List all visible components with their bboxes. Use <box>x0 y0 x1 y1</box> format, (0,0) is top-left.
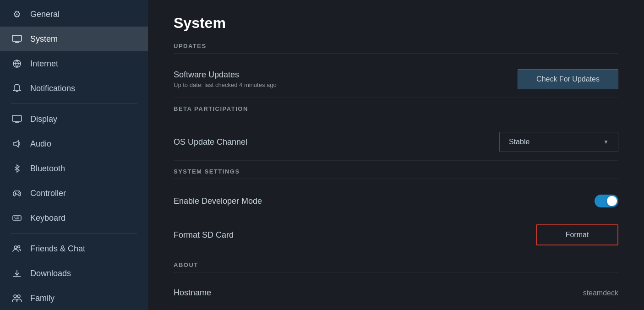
keyboard-icon <box>11 212 23 224</box>
section-header-updates: UPDATES <box>174 43 618 54</box>
check-for-updates-button[interactable]: Check For Updates <box>518 69 618 89</box>
internet-icon <box>11 58 23 70</box>
sidebar-item-label: Audio <box>30 139 51 149</box>
dropdown-value: Stable <box>509 138 529 146</box>
hostname-row: Hostname steamdeck <box>174 280 618 306</box>
general-icon: ⚙ <box>11 8 23 20</box>
format-sd-card-label: Format SD Card <box>174 230 234 240</box>
format-button[interactable]: Format <box>536 224 618 245</box>
sidebar-item-label: Keyboard <box>30 213 65 223</box>
developer-mode-label: Enable Developer Mode <box>174 196 262 206</box>
os-update-channel-row: OS Update Channel Stable ▼ <box>174 124 618 161</box>
hostname-value: steamdeck <box>583 289 618 297</box>
sidebar-item-label: System <box>30 34 58 44</box>
svg-point-13 <box>18 192 19 193</box>
system-icon <box>11 33 23 45</box>
os-update-channel-dropdown[interactable]: Stable ▼ <box>499 132 618 152</box>
svg-rect-5 <box>12 115 22 121</box>
family-icon <box>11 292 23 304</box>
svg-point-21 <box>14 246 17 249</box>
svg-rect-15 <box>13 216 21 220</box>
sidebar-item-label: Notifications <box>30 84 75 93</box>
sidebar-item-label: General <box>30 10 60 19</box>
developer-mode-toggle[interactable] <box>595 195 618 207</box>
svg-point-26 <box>17 295 20 298</box>
sidebar-item-controller[interactable]: Controller <box>0 181 148 206</box>
audio-icon <box>11 138 23 150</box>
controller-icon <box>11 187 23 199</box>
sidebar-item-general[interactable]: ⚙ General <box>0 2 148 27</box>
sidebar-item-label: Friends & Chat <box>30 244 85 254</box>
sidebar-item-downloads[interactable]: Downloads <box>0 261 148 286</box>
notifications-icon <box>11 82 23 94</box>
sidebar-item-internet[interactable]: Internet <box>0 51 148 76</box>
sidebar-item-audio[interactable]: Audio <box>0 131 148 156</box>
svg-point-25 <box>14 295 16 298</box>
display-icon <box>11 113 23 125</box>
downloads-icon <box>11 267 23 279</box>
sidebar-item-label: Family <box>30 294 55 303</box>
section-header-system-settings: SYSTEM SETTINGS <box>174 168 618 179</box>
bluetooth-icon <box>11 163 23 174</box>
software-updates-row: Software Updates Up to date: last checke… <box>174 61 618 98</box>
svg-point-22 <box>18 246 20 248</box>
sidebar-item-display[interactable]: Display <box>0 107 148 131</box>
sidebar-item-label: Display <box>30 114 57 124</box>
sidebar-item-bluetooth[interactable]: Bluetooth <box>0 156 148 181</box>
software-updates-label: Software Updates <box>174 70 277 80</box>
main-content: System UPDATES Software Updates Up to da… <box>148 0 644 310</box>
software-updates-sublabel: Up to date: last checked 4 minutes ago <box>174 82 277 88</box>
sidebar-item-label: Internet <box>30 59 58 69</box>
format-sd-card-row: Format SD Card Format <box>174 216 618 254</box>
svg-rect-0 <box>12 35 22 41</box>
hostname-label: Hostname <box>174 288 211 298</box>
toggle-thumb <box>607 196 617 206</box>
sidebar-item-system[interactable]: System <box>0 27 148 51</box>
page-title: System <box>174 15 618 32</box>
section-header-about: ABOUT <box>174 261 618 272</box>
sidebar-item-label: Downloads <box>30 269 71 278</box>
developer-mode-row: Enable Developer Mode <box>174 186 618 216</box>
sidebar: ⚙ General System Internet <box>0 0 148 310</box>
os-update-channel-label: OS Update Channel <box>174 137 247 147</box>
sidebar-divider-2 <box>11 233 137 234</box>
sidebar-item-notifications[interactable]: Notifications <box>0 76 148 101</box>
svg-point-14 <box>19 193 20 194</box>
sidebar-item-friends-chat[interactable]: Friends & Chat <box>0 236 148 261</box>
svg-marker-8 <box>14 141 18 147</box>
chevron-down-icon: ▼ <box>603 139 609 145</box>
sidebar-item-family[interactable]: Family <box>0 286 148 310</box>
sidebar-item-label: Controller <box>30 189 66 198</box>
sidebar-item-keyboard[interactable]: Keyboard <box>0 206 148 230</box>
section-header-beta: BETA PARTICIPATION <box>174 105 618 116</box>
sidebar-divider-1 <box>11 103 137 104</box>
sidebar-item-label: Bluetooth <box>30 164 65 174</box>
software-updates-left: Software Updates Up to date: last checke… <box>174 70 277 88</box>
friends-icon <box>11 243 23 255</box>
